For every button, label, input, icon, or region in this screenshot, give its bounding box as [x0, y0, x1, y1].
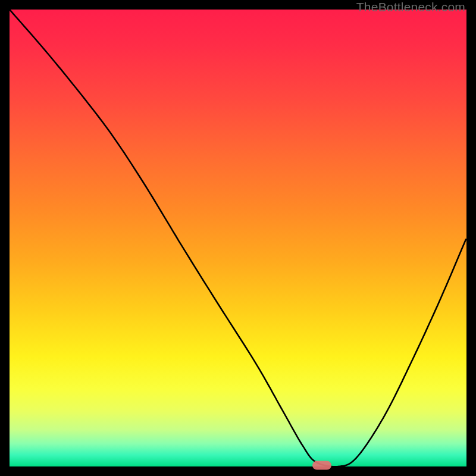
- plot-area: [10, 10, 466, 466]
- optimal-marker: [312, 461, 331, 469]
- curve-layer: [10, 10, 466, 466]
- chart-frame: TheBottleneck.com: [0, 0, 476, 476]
- watermark-text: TheBottleneck.com: [356, 0, 465, 14]
- bottleneck-curve: [10, 10, 466, 466]
